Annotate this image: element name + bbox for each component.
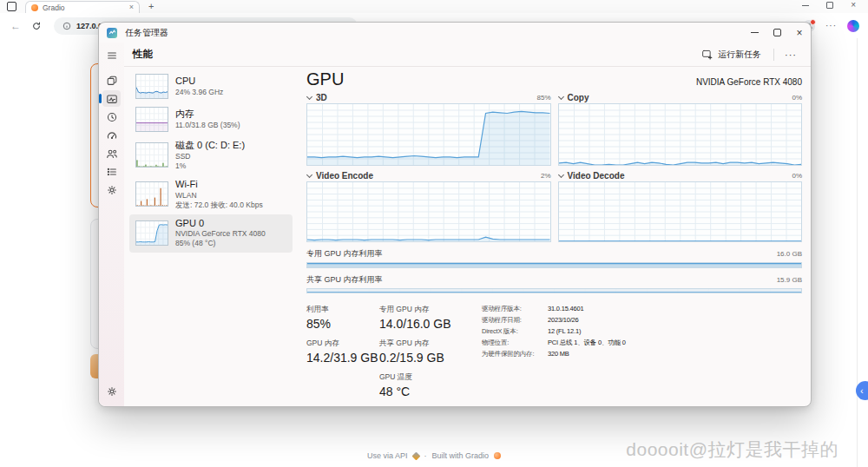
- nav-processes-icon[interactable]: [102, 72, 121, 89]
- shared-memory-chart: [306, 288, 802, 293]
- gradio-favicon-icon: [31, 4, 38, 11]
- chart-engine-label[interactable]: Video Encode: [316, 171, 373, 181]
- nav-services-icon[interactable]: [102, 181, 121, 198]
- info-label: DirectX 版本:: [482, 327, 542, 336]
- tab-close-icon[interactable]: ×: [129, 3, 134, 11]
- gpu-detail-panel: GPU NVIDIA GeForce RTX 4080 3D 85%: [296, 67, 811, 406]
- sidebar-item-detail: 1%: [175, 161, 245, 171]
- browser-minimize-button[interactable]: [802, 5, 809, 6]
- copilot-icon[interactable]: [847, 20, 859, 32]
- panel-collapse-chevron-icon[interactable]: ‹: [856, 381, 868, 400]
- video-encode-chart: [306, 181, 551, 242]
- stat-label: 专用 GPU 内存: [379, 305, 482, 315]
- chevron-down-icon[interactable]: [557, 172, 563, 178]
- back-icon[interactable]: ←: [10, 20, 21, 32]
- browser-tab-strip: Gradio × + ×: [0, 0, 868, 14]
- sidebar-item-detail: 11.0/31.8 GB (35%): [175, 121, 240, 130]
- info-label: 为硬件保留的内存:: [482, 350, 542, 358]
- stat-value: 14.2/31.9 GB: [306, 351, 379, 365]
- sidebar-item-detail: 85% (48 °C): [175, 239, 266, 248]
- sidebar-item-title: 内存: [175, 109, 240, 121]
- stat-label: 利用率: [306, 305, 379, 315]
- nav-menu-icon[interactable]: [102, 47, 121, 63]
- sidebar-item-cpu[interactable]: CPU 24% 3.96 GHz: [129, 70, 293, 102]
- run-new-task-button[interactable]: 运行新任务: [696, 46, 766, 63]
- stat-label: GPU 温度: [379, 372, 482, 383]
- tm-maximize-button[interactable]: [766, 23, 788, 43]
- header-divider: [773, 49, 774, 61]
- info-value: PCI 总线 1、设备 0、功能 0: [548, 339, 626, 347]
- tab-title: Gradio: [43, 3, 125, 12]
- sidebar-item-wifi[interactable]: Wi-Fi WLAN 发送: 72.0 接收: 40.0 Kbps: [129, 175, 293, 214]
- footer-dot: ·: [424, 451, 427, 460]
- nav-details-icon[interactable]: [102, 163, 121, 180]
- browser-tab-gradio[interactable]: Gradio ×: [25, 1, 140, 13]
- api-icon: [411, 451, 420, 460]
- task-manager-window: 任务管理器 ×: [98, 22, 812, 407]
- cpu-mini-chart: [135, 74, 168, 99]
- stat-value: 14.0/16.0 GB: [379, 317, 482, 331]
- settings-gear-icon[interactable]: [102, 383, 121, 399]
- sidebar-item-memory[interactable]: 内存 11.0/31.8 GB (35%): [129, 103, 293, 135]
- chevron-down-icon[interactable]: [306, 94, 312, 100]
- chart-engine-label[interactable]: 3D: [316, 93, 327, 102]
- info-value: 320 MB: [548, 350, 626, 358]
- sidebar-item-disk[interactable]: 磁盘 0 (C: D: E:) SSD 1%: [129, 136, 293, 174]
- browser-close-button[interactable]: ×: [851, 1, 856, 10]
- video-decode-chart: [558, 181, 803, 242]
- new-tab-button[interactable]: +: [148, 1, 154, 11]
- gpu-copy-chart: [558, 103, 803, 166]
- performance-sidebar: CPU 24% 3.96 GHz 内存 11.0/31.8 GB (35%): [124, 67, 296, 406]
- sidebar-item-gpu[interactable]: GPU 0 NVIDIA GeForce RTX 4080 85% (48 °C…: [129, 214, 293, 253]
- chart-engine-label[interactable]: Video Decode: [568, 171, 625, 181]
- sidebar-item-title: 磁盘 0 (C: D: E:): [175, 140, 245, 152]
- disk-mini-chart: [135, 142, 168, 168]
- nav-performance-icon[interactable]: [102, 90, 121, 107]
- browser-menu-icon[interactable]: ···: [825, 21, 837, 30]
- gpu-panel-title: GPU: [306, 69, 344, 89]
- shared-memory-scale: 15.9 GB: [777, 276, 802, 284]
- chevron-down-icon[interactable]: [557, 94, 563, 100]
- info-label: 物理位置:: [482, 339, 542, 347]
- chart-engine-label[interactable]: Copy: [568, 93, 589, 102]
- stat-value: 48 °C: [379, 385, 482, 398]
- workspace-icon[interactable]: [7, 2, 16, 11]
- gradio-footer: Use via API · Built with Gradio: [367, 451, 501, 460]
- gpu-stats: 利用率 85% GPU 内存 14.2/31.9 GB 专用 GPU 内存 14…: [306, 305, 802, 406]
- window-title: 任务管理器: [125, 27, 168, 39]
- dedicated-memory-scale: 16.0 GB: [777, 250, 802, 258]
- stat-value: 0.2/15.9 GB: [379, 351, 482, 365]
- dedicated-memory-chart: [306, 262, 802, 268]
- refresh-icon[interactable]: [31, 21, 42, 31]
- page-right-divider: [857, 38, 858, 467]
- gpu-driver-info: 驱动程序版本: 31.0.15.4601 驱动程序日期: 2023/10/26 …: [482, 305, 626, 406]
- navigation-rail: [99, 43, 124, 406]
- browser-maximize-button[interactable]: [826, 2, 833, 9]
- task-manager-logo-icon: [107, 28, 117, 38]
- sidebar-item-detail: 24% 3.96 GHz: [175, 88, 223, 97]
- wifi-mini-chart: [135, 181, 168, 207]
- chart-scale-label: 2%: [541, 172, 551, 180]
- tm-minimize-button[interactable]: [743, 23, 766, 43]
- chart-scale-label: 0%: [792, 172, 802, 180]
- gpu-mini-chart: [135, 220, 168, 246]
- page-title: 性能: [133, 48, 153, 61]
- info-icon[interactable]: [62, 22, 71, 30]
- sidebar-item-title: GPU 0: [175, 218, 266, 230]
- sidebar-item-title: Wi-Fi: [175, 179, 263, 191]
- sidebar-item-title: CPU: [175, 76, 223, 88]
- chevron-down-icon[interactable]: [306, 172, 312, 178]
- nav-users-icon[interactable]: [102, 145, 121, 161]
- stat-value: 85%: [306, 317, 379, 331]
- tm-close-button[interactable]: ×: [788, 23, 811, 43]
- more-options-button[interactable]: ···: [781, 49, 800, 60]
- memory-mini-chart: [135, 107, 168, 132]
- nav-startup-apps-icon[interactable]: [102, 127, 121, 143]
- gradio-logo-icon: [494, 452, 501, 459]
- sidebar-item-detail: WLAN: [175, 191, 263, 201]
- task-manager-titlebar[interactable]: 任务管理器 ×: [99, 23, 811, 43]
- built-with-gradio-link[interactable]: Built with Gradio: [432, 451, 490, 460]
- use-via-api-link[interactable]: Use via API: [367, 451, 408, 460]
- nav-app-history-icon[interactable]: [102, 109, 121, 125]
- dedicated-memory-label: 专用 GPU 内存利用率: [306, 248, 383, 260]
